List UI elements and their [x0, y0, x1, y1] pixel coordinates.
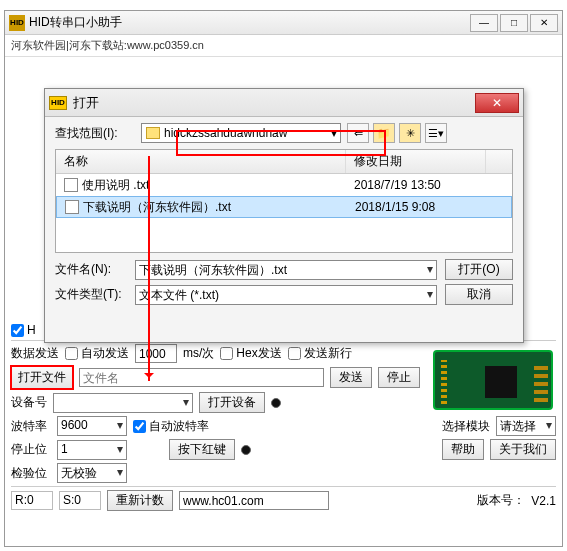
reset-count-button[interactable]: 重新计数: [107, 490, 173, 511]
up-folder-icon[interactable]: 📁: [373, 123, 395, 143]
baud-label: 波特率: [11, 418, 51, 435]
interval-input[interactable]: [135, 344, 177, 363]
dialog-title: 打开: [73, 94, 475, 112]
send-button[interactable]: 发送: [330, 367, 372, 388]
view-menu-icon[interactable]: ☰▾: [425, 123, 447, 143]
data-send-label: 数据发送: [11, 345, 59, 362]
file-list-header: 名称 修改日期: [56, 150, 512, 174]
file-date: 2018/7/19 13:50: [346, 176, 486, 194]
tx-count: S:0: [59, 491, 101, 510]
device-led-icon: [271, 398, 281, 408]
help-button[interactable]: 帮助: [442, 439, 484, 460]
directory-combo[interactable]: hidckzssahduawndnaw: [141, 123, 341, 143]
hidusb-checkbox[interactable]: H: [11, 323, 36, 337]
file-name: 使用说明 .txt: [82, 178, 149, 192]
current-directory: hidckzssahduawndnaw: [164, 126, 287, 140]
file-icon: [65, 200, 79, 214]
chip-icon: [485, 366, 517, 398]
file-open-dialog: HID 打开 ✕ 查找范围(I): hidckzssahduawndnaw ⇐ …: [44, 88, 524, 343]
filetype-label: 文件类型(T):: [55, 286, 127, 303]
hidusb-label: H: [27, 323, 36, 337]
lookin-label: 查找范围(I):: [55, 125, 135, 142]
select-module-label: 选择模块: [442, 418, 490, 435]
app-icon: HID: [9, 15, 25, 31]
file-icon: [64, 178, 78, 192]
dialog-open-button[interactable]: 打开(O): [445, 259, 513, 280]
baud-combo[interactable]: 9600: [57, 416, 127, 436]
interval-unit: ms/次: [183, 345, 214, 362]
hex-send-checkbox[interactable]: Hex发送: [220, 345, 281, 362]
file-date: 2018/1/15 9:08: [347, 198, 487, 216]
auto-send-checkbox[interactable]: 自动发送: [65, 345, 129, 362]
dialog-cancel-button[interactable]: 取消: [445, 284, 513, 305]
minimize-button[interactable]: —: [470, 14, 498, 32]
address-bar: 河东软件园|河东下载站:www.pc0359.cn: [5, 35, 562, 57]
file-row[interactable]: 使用说明 .txt 2018/7/19 13:50: [56, 174, 512, 196]
red-led-icon: [241, 445, 251, 455]
version-value: V2.1: [531, 494, 556, 508]
version-label: 版本号：: [477, 492, 525, 509]
pcb-module-image: [433, 350, 553, 410]
file-name-input[interactable]: [79, 368, 324, 387]
window-title: HID转串口小助手: [29, 14, 470, 31]
maximize-button[interactable]: □: [500, 14, 528, 32]
filename-combo[interactable]: 下载说明（河东软件园）.txt: [135, 260, 437, 280]
module-combo[interactable]: 请选择: [496, 416, 556, 436]
dialog-close-button[interactable]: ✕: [475, 93, 519, 113]
back-icon[interactable]: ⇐: [347, 123, 369, 143]
folder-icon: [146, 127, 160, 139]
column-date[interactable]: 修改日期: [346, 150, 486, 173]
file-row[interactable]: 下载说明（河东软件园）.txt 2018/1/15 9:08: [56, 196, 512, 218]
auto-baud-checkbox[interactable]: 自动波特率: [133, 418, 209, 435]
open-device-button[interactable]: 打开设备: [199, 392, 265, 413]
new-folder-icon[interactable]: ✳: [399, 123, 421, 143]
file-list[interactable]: 名称 修改日期 使用说明 .txt 2018/7/19 13:50 下载说明（河…: [55, 149, 513, 253]
dialog-app-icon: HID: [49, 96, 67, 110]
check-combo[interactable]: 无校验: [57, 463, 127, 483]
site-input[interactable]: [179, 491, 329, 510]
file-name: 下载说明（河东软件园）.txt: [83, 200, 231, 214]
column-name[interactable]: 名称: [56, 150, 346, 173]
stopbit-label: 停止位: [11, 441, 51, 458]
device-combo[interactable]: [53, 393, 193, 413]
check-label: 检验位: [11, 465, 51, 482]
dialog-titlebar: HID 打开 ✕: [45, 89, 523, 117]
rx-count: R:0: [11, 491, 53, 510]
filename-label: 文件名(N):: [55, 261, 127, 278]
filetype-combo[interactable]: 文本文件 (*.txt): [135, 285, 437, 305]
stop-button[interactable]: 停止: [378, 367, 420, 388]
open-file-button[interactable]: 打开文件: [11, 366, 73, 389]
close-button[interactable]: ✕: [530, 14, 558, 32]
device-label: 设备号: [11, 394, 47, 411]
about-button[interactable]: 关于我们: [490, 439, 556, 460]
press-red-button[interactable]: 按下红键: [169, 439, 235, 460]
main-titlebar: HID HID转串口小助手 — □ ✕: [5, 11, 562, 35]
send-newline-checkbox[interactable]: 发送新行: [288, 345, 352, 362]
antenna-icon: [534, 362, 548, 402]
stopbit-combo[interactable]: 1: [57, 440, 127, 460]
